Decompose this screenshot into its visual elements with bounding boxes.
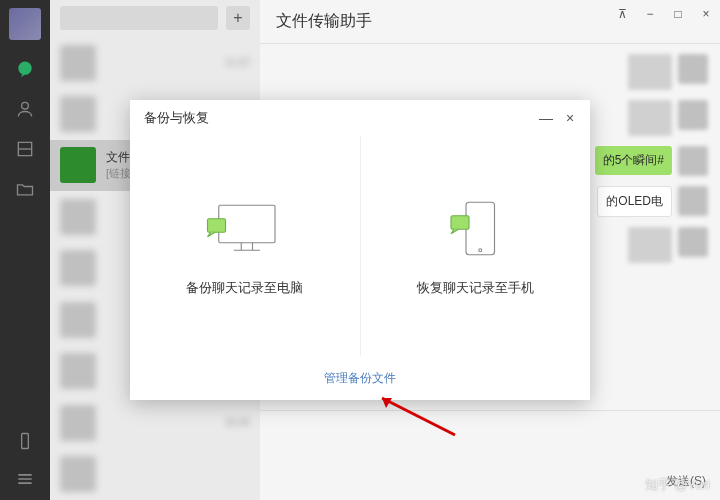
backup-to-computer-option[interactable]: 备份聊天记录至电脑 [130,136,360,356]
svg-rect-3 [219,205,275,243]
phone-restore-icon [430,195,520,265]
restore-label: 恢复聊天记录至手机 [417,279,534,297]
manage-backup-link[interactable]: 管理备份文件 [324,370,396,387]
dialog-minimize-button[interactable]: — [536,108,556,128]
svg-rect-7 [451,216,469,230]
svg-rect-4 [207,219,225,233]
modal-overlay: 备份与恢复 — × 备份聊天记录至电脑 [0,0,720,500]
svg-rect-5 [466,202,495,255]
dialog-close-button[interactable]: × [560,108,580,128]
backup-restore-dialog: 备份与恢复 — × 备份聊天记录至电脑 [130,100,590,400]
svg-point-6 [479,249,482,252]
computer-icon [200,195,290,265]
dialog-title: 备份与恢复 [130,100,590,136]
restore-to-phone-option[interactable]: 恢复聊天记录至手机 [360,136,591,356]
backup-label: 备份聊天记录至电脑 [186,279,303,297]
